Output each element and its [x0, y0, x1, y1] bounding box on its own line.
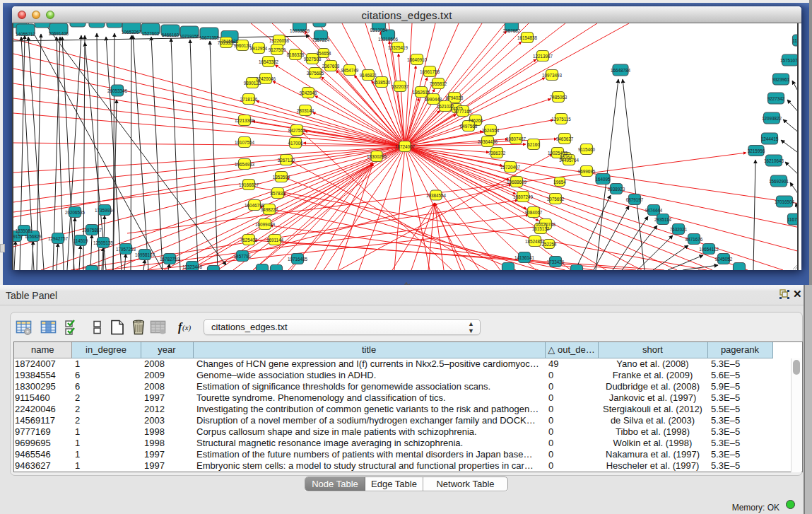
svg-text:16782759: 16782759	[160, 257, 180, 262]
svg-text:6466160: 6466160	[162, 33, 180, 37]
svg-text:9474444: 9474444	[645, 208, 663, 213]
svg-text:9327508: 9327508	[304, 57, 322, 62]
svg-text:19654933: 19654933	[235, 162, 255, 167]
svg-text:16154838: 16154838	[517, 35, 538, 40]
svg-text:8186328: 8186328	[287, 52, 305, 57]
svg-text:19218506: 19218506	[378, 37, 399, 42]
svg-text:1117104: 1117104	[792, 38, 799, 43]
svg-text:12323448: 12323448	[182, 264, 203, 269]
svg-text:16033809: 16033809	[290, 28, 310, 33]
svg-text:8813054: 8813054	[370, 28, 388, 33]
svg-text:9890123: 9890123	[244, 81, 261, 86]
svg-text:15751074: 15751074	[780, 58, 799, 63]
svg-text:7663822: 7663822	[218, 40, 235, 45]
svg-text:20364436: 20364436	[478, 139, 498, 144]
svg-text:1691144: 1691144	[266, 238, 284, 243]
svg-text:13226058: 13226058	[269, 38, 290, 43]
svg-text:2803144: 2803144	[297, 108, 314, 113]
svg-text:17957253: 17957253	[116, 247, 136, 252]
svg-text:17359934: 17359934	[95, 208, 115, 213]
svg-text:15720407: 15720407	[500, 165, 521, 170]
svg-text:12093822: 12093822	[762, 116, 782, 121]
svg-text:154654: 154654	[316, 51, 331, 56]
svg-text:1167533: 1167533	[787, 217, 799, 222]
svg-text:15692901: 15692901	[769, 179, 789, 184]
svg-text:20206535: 20206535	[65, 210, 86, 215]
svg-text:2367608: 2367608	[322, 64, 340, 69]
svg-text:8454749: 8454749	[341, 68, 359, 73]
svg-text:9463627: 9463627	[556, 136, 574, 141]
svg-text:7955812: 7955812	[430, 81, 447, 86]
svg-text:8471676: 8471676	[686, 237, 703, 242]
svg-text:7632021: 7632021	[670, 227, 688, 232]
svg-text:19654: 19654	[553, 180, 566, 185]
svg-text:1353594: 1353594	[273, 175, 290, 180]
svg-text:17016504: 17016504	[775, 199, 795, 204]
svg-text:10654112: 10654112	[699, 247, 719, 252]
svg-text:10807487: 10807487	[506, 136, 526, 141]
svg-text:1538520: 1538520	[373, 80, 391, 85]
svg-text:9245052: 9245052	[715, 257, 733, 262]
svg-text:9457791: 9457791	[234, 254, 252, 259]
svg-text:1156829: 1156829	[25, 234, 42, 239]
svg-text:252254: 252254	[541, 242, 557, 247]
svg-text:12213369: 12213369	[235, 118, 255, 123]
svg-text:10719155: 10719155	[180, 34, 200, 39]
svg-text:6879197: 6879197	[626, 197, 644, 202]
svg-text:2718126: 2718126	[240, 97, 258, 102]
svg-text:3267130: 3267130	[278, 158, 295, 163]
svg-text:19716485: 19716485	[288, 257, 308, 262]
svg-text:10975887: 10975887	[82, 228, 102, 233]
svg-text:62160: 62160	[527, 142, 540, 147]
svg-text:6794028: 6794028	[446, 95, 464, 100]
svg-text:746266: 746266	[468, 118, 483, 123]
svg-text:6497568: 6497568	[460, 124, 478, 129]
svg-text:9777169: 9777169	[454, 109, 472, 114]
svg-text:10671355: 10671355	[199, 35, 220, 40]
svg-text:14495764: 14495764	[559, 158, 579, 163]
svg-text:20691406: 20691406	[49, 31, 69, 36]
svg-text:18724007: 18724007	[395, 144, 416, 149]
svg-text:939157: 939157	[13, 234, 23, 239]
svg-text:8427552: 8427552	[288, 128, 306, 133]
svg-text:3215956: 3215956	[748, 148, 765, 153]
svg-text:3624554: 3624554	[482, 128, 500, 133]
svg-text:16210643: 16210643	[764, 158, 784, 163]
svg-text:9938923: 9938923	[608, 187, 625, 192]
svg-text:1362615: 1362615	[413, 90, 430, 95]
svg-text:10973493: 10973493	[542, 73, 563, 78]
svg-text:1335061: 1335061	[16, 228, 33, 233]
svg-text:1527602: 1527602	[142, 31, 160, 36]
svg-text:7386372: 7386372	[488, 151, 506, 156]
svg-text:10688609: 10688609	[507, 180, 527, 185]
svg-text:12942757: 12942757	[48, 236, 69, 241]
svg-text:16099489: 16099489	[255, 222, 276, 227]
svg-text:9242848: 9242848	[300, 90, 317, 95]
svg-text:2087682: 2087682	[503, 28, 521, 33]
svg-text:1075692: 1075692	[547, 197, 565, 201]
svg-text:10958107: 10958107	[135, 252, 155, 257]
svg-text:9323961: 9323961	[772, 77, 790, 82]
svg-text:(x): (x)	[182, 323, 192, 332]
svg-text:16961758: 16961758	[420, 69, 440, 74]
svg-text:19384554: 19384554	[426, 193, 447, 198]
svg-text:10653267: 10653267	[122, 30, 142, 35]
svg-text:1615132: 1615132	[532, 226, 550, 231]
svg-text:18807249: 18807249	[513, 194, 534, 199]
svg-text:10107554: 10107554	[235, 140, 255, 145]
svg-text:26053346: 26053346	[107, 88, 128, 93]
svg-text:164095: 164095	[595, 177, 611, 182]
svg-text:18640910: 18640910	[407, 57, 428, 62]
svg-text:6990448: 6990448	[425, 97, 442, 102]
svg-text:7485063: 7485063	[550, 95, 567, 100]
svg-text:1244415: 1244415	[761, 136, 779, 141]
svg-text:9699695: 9699695	[578, 169, 596, 174]
svg-text:19166827: 19166827	[239, 182, 259, 187]
svg-text:12505135: 12505135	[93, 240, 114, 245]
svg-text:18300295: 18300295	[367, 154, 387, 159]
svg-text:9960124: 9960124	[234, 43, 252, 48]
svg-text:14136141: 14136141	[514, 255, 535, 260]
svg-text:3875685: 3875685	[307, 71, 324, 76]
svg-text:1733426: 1733426	[547, 259, 565, 264]
svg-text:114519: 114519	[73, 238, 88, 243]
